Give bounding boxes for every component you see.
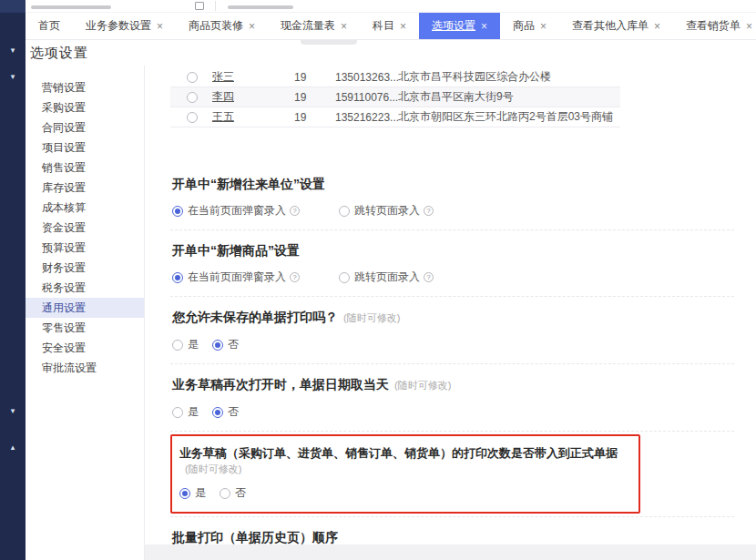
radio-option[interactable]: 跳转页面录入?	[339, 203, 434, 219]
close-icon[interactable]: ×	[540, 21, 547, 32]
radio-label: 是	[195, 485, 206, 501]
printer-icon[interactable]	[195, 2, 204, 10]
help-icon[interactable]: ?	[290, 272, 300, 282]
tab-商品页装修[interactable]: 商品页装修×	[176, 13, 268, 39]
chevron-down-icon[interactable]: ▾	[0, 407, 26, 415]
radio-option[interactable]: 否	[220, 485, 246, 501]
sidebar-item-销售设置[interactable]: 销售设置	[26, 158, 144, 178]
sidebar-item-项目设置[interactable]: 项目设置	[26, 137, 144, 158]
radio-button[interactable]	[339, 206, 350, 217]
row-name-link[interactable]: 张三	[212, 70, 234, 83]
tab-业务参数设置[interactable]: 业务参数设置×	[73, 13, 176, 39]
radio-button[interactable]	[339, 272, 350, 283]
radio-group: 在当前页面弹窗录入?跳转页面录入?	[172, 203, 732, 219]
settings-sidebar: 营销设置采购设置合同设置项目设置销售设置库存设置成本核算资金设置预算设置财务设置…	[26, 66, 144, 560]
sidebar-item-财务设置[interactable]: 财务设置	[26, 258, 144, 278]
tab-商品[interactable]: 商品×	[500, 13, 559, 39]
tab-label: 现金流量表	[281, 18, 335, 34]
radio-button[interactable]	[172, 272, 183, 283]
radio-label: 在当前页面弹窗录入	[188, 203, 286, 219]
section-heading: 您允许未保存的单据打印吗？(随时可修改)	[172, 309, 732, 326]
help-icon[interactable]: ?	[424, 206, 434, 216]
radio-option[interactable]: 跳转页面录入?	[339, 270, 434, 285]
tab-查看销货单[interactable]: 查看销货单×	[673, 13, 756, 39]
chevron-down-icon[interactable]: ▾	[0, 46, 26, 55]
row-radio[interactable]	[187, 72, 198, 83]
section-heading: 业务草稿（采购订单、进货单、销售订单、销货单）的打印次数是否带入到正式单据(随时…	[179, 445, 629, 477]
sidebar-item-库存设置[interactable]: 库存设置	[26, 178, 144, 198]
contact-table: 张三19135013263...北京市昌平科技园区综合办公楼李四19159110…	[170, 67, 620, 127]
tab-科目[interactable]: 科目×	[360, 13, 419, 39]
radio-option[interactable]: 在当前页面弹窗录入?	[172, 270, 339, 285]
close-icon[interactable]: ×	[654, 21, 660, 32]
tab-label: 商品	[513, 18, 535, 34]
setting-section: 业务草稿再次打开时，单据日期取当天(随时可修改)是否	[170, 364, 734, 432]
main-column: 首页业务参数设置×商品页装修×现金流量表×科目×选项设置×商品×查看其他入库单×…	[26, 0, 756, 560]
sidebar-item-合同设置[interactable]: 合同设置	[26, 117, 144, 137]
radio-button[interactable]	[212, 407, 223, 418]
radio-button[interactable]	[220, 488, 230, 499]
settings-body: 营销设置采购设置合同设置项目设置销售设置库存设置成本核算资金设置预算设置财务设置…	[26, 66, 756, 560]
radio-button[interactable]	[172, 206, 183, 217]
tab-现金流量表[interactable]: 现金流量表×	[268, 13, 360, 39]
radio-option[interactable]: 否	[212, 404, 239, 420]
section-hint: (随时可修改)	[394, 380, 451, 391]
radio-button[interactable]	[172, 340, 183, 351]
radio-option[interactable]: 是	[172, 404, 212, 420]
section-heading: 开单中“新增商品”设置	[172, 242, 732, 259]
radio-button[interactable]	[212, 340, 223, 351]
settings-sections: 开单中“新增往来单位”设置在当前页面弹窗录入?跳转页面录入?开单中“新增商品”设…	[170, 164, 738, 560]
radio-option[interactable]: 在当前页面弹窗录入?	[172, 203, 339, 219]
sidebar-item-采购设置[interactable]: 采购设置	[26, 97, 144, 117]
radio-button[interactable]	[179, 488, 190, 499]
sidebar-item-营销设置[interactable]: 营销设置	[26, 77, 144, 97]
section-hint: (随时可修改)	[343, 312, 400, 323]
section-heading: 批量打印（单据历史页）顺序	[172, 529, 732, 545]
section-heading-text: 业务草稿（采购订单、进货单、销售订单、销货单）的打印次数是否带入到正式单据	[179, 446, 618, 460]
table-row: 张三19135013263...北京市昌平科技园区综合办公楼	[170, 67, 620, 87]
sidebar-item-税务设置[interactable]: 税务设置	[26, 278, 144, 298]
radio-option[interactable]: 是	[172, 337, 212, 352]
radio-option[interactable]: 是	[179, 485, 220, 501]
sidebar-item-资金设置[interactable]: 资金设置	[26, 218, 144, 238]
sidebar-item-安全设置[interactable]: 安全设置	[26, 338, 144, 358]
sidebar-item-通用设置[interactable]: 通用设置	[26, 298, 144, 318]
close-icon[interactable]: ×	[481, 21, 487, 32]
row-name-link[interactable]: 王五	[212, 110, 234, 123]
tab-label: 业务参数设置	[86, 18, 151, 34]
close-icon[interactable]: ×	[157, 21, 163, 32]
radio-option[interactable]: 否	[212, 337, 239, 352]
close-icon[interactable]: ×	[341, 21, 347, 32]
section-heading-text: 您允许未保存的单据打印吗？	[172, 310, 338, 324]
help-icon[interactable]: ?	[424, 272, 434, 282]
close-icon[interactable]: ×	[400, 21, 406, 32]
sidebar-item-成本核算[interactable]: 成本核算	[26, 198, 144, 218]
close-icon[interactable]: ×	[249, 21, 255, 32]
section-heading-text: 批量打印（单据历史页）顺序	[172, 530, 338, 545]
row-radio[interactable]	[187, 92, 198, 103]
row-name-cell: 李四	[212, 89, 294, 105]
chevron-up-icon[interactable]: ▴	[0, 443, 26, 452]
clipped-toolbar-text	[228, 5, 293, 9]
tab-查看其他入库单[interactable]: 查看其他入库单×	[559, 13, 673, 39]
row-name-cell: 张三	[212, 69, 294, 85]
sidebar-item-预算设置[interactable]: 预算设置	[26, 238, 144, 258]
tab-首页[interactable]: 首页	[26, 13, 73, 39]
row-phone: 135013263...	[335, 71, 398, 84]
sidebar-item-零售设置[interactable]: 零售设置	[26, 318, 144, 338]
section-heading: 开单中“新增往来单位”设置	[172, 176, 732, 192]
help-icon[interactable]: ?	[290, 206, 300, 216]
row-radio[interactable]	[187, 112, 198, 123]
radio-label: 否	[235, 485, 246, 501]
tab-选项设置[interactable]: 选项设置×	[419, 13, 500, 39]
tab-label: 科目	[373, 18, 394, 34]
tab-label: 选项设置	[432, 18, 475, 34]
clipped-element	[301, 40, 357, 45]
footer-strip	[145, 545, 756, 560]
sidebar-item-审批流设置[interactable]: 审批流设置	[26, 358, 144, 378]
radio-button[interactable]	[172, 407, 183, 418]
close-icon[interactable]: ×	[746, 21, 752, 32]
row-name-link[interactable]: 李四	[212, 90, 234, 103]
radio-label: 是	[188, 404, 199, 420]
chevron-down-icon[interactable]: ▾	[0, 73, 26, 81]
